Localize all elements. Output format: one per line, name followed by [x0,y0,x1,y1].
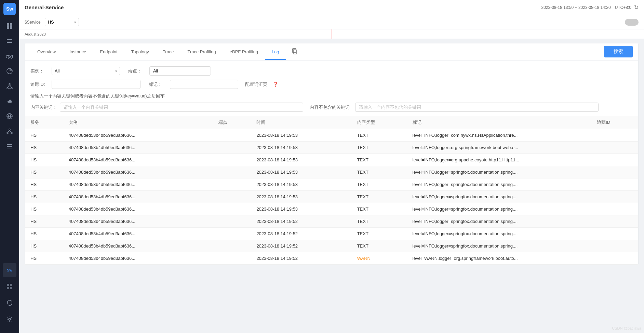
cell-0: HS [25,252,63,265]
table-row[interactable]: HS407408ded53b4db59ed3abf636...2023-08-1… [25,129,638,142]
cell-2 [213,166,251,178]
table-row[interactable]: HS407408ded53b4db59ed3abf636...2023-08-1… [25,203,638,215]
traceid-tag-row: 追踪ID: 标记： 配置词汇页 ❓ [30,80,599,89]
svg-line-8 [8,85,10,88]
sidebar-item-grid2[interactable] [3,280,16,293]
sidebar-item-globe[interactable] [3,109,16,123]
tag-input[interactable] [170,80,238,89]
cell-0: HS [25,228,63,240]
cell-3: 2023-08-18 14:19:53 [251,129,351,142]
tab-endpoint[interactable]: Endpoint [93,44,124,60]
tab-instance[interactable]: Instance [63,44,93,60]
cell-0: HS [25,154,63,166]
table-row[interactable]: HS407408ded53b4db59ed3abf636...2023-08-1… [25,142,638,154]
hint-text: 请输入一个内容关键词或者内容不包含的关键词(key=value)之后回车 [30,93,599,99]
table-row[interactable]: HS407408ded53b4db59ed3abf636...2023-08-1… [25,166,638,178]
sidebar-item-function[interactable]: f(x) [3,49,16,63]
col-instance: 实例 [63,116,213,129]
cell-6 [591,203,638,215]
cell-0: HS [25,129,63,142]
service-select[interactable]: HS [45,18,79,26]
cell-4: TEXT [352,191,407,203]
config-link[interactable]: 配置词汇页 [245,81,267,88]
tab-topology[interactable]: Topology [124,44,156,60]
sidebar-item-cloud[interactable] [3,94,16,108]
sidebar-item-network[interactable] [3,124,16,138]
service-select-wrapper[interactable]: HS [45,18,79,26]
cell-3: 2023-08-18 14:19:52 [251,215,351,228]
sidebar-item-shield[interactable] [3,296,16,310]
tab-trace[interactable]: Trace [156,44,181,60]
endpoint-label: 端点： [128,68,145,74]
cell-4: TEXT [352,228,407,240]
table-row[interactable]: HS407408ded53b4db59ed3abf636...2023-08-1… [25,252,638,265]
sidebar-item-sw2[interactable]: Sw [3,263,16,277]
tab-trace-profiling[interactable]: Trace Profiling [180,44,223,60]
col-type: 内容类型 [352,116,407,129]
sidebar-item-dashboard[interactable] [3,19,16,33]
timeline-label: August 2023 [25,32,46,36]
sidebar-item-nodes[interactable] [3,79,16,93]
endpoint-input[interactable] [149,66,211,76]
copy-icon[interactable] [289,43,300,61]
cell-0: HS [25,142,63,154]
filter-inputs: 实例： All 端点： 追踪ID: 标记： 配置词汇页 [30,66,599,116]
cell-0: HS [25,215,63,228]
search-button[interactable]: 搜索 [604,46,633,57]
cell-1: 407408ded53b4db59ed3abf636... [63,240,213,252]
svg-rect-22 [7,287,9,289]
filter-bar: $Service HS [19,15,644,29]
sidebar-item-list[interactable] [3,139,16,153]
table-row[interactable]: HS407408ded53b4db59ed3abf636...2023-08-1… [25,154,638,166]
sidebar-item-layers[interactable] [3,34,16,48]
cell-4: TEXT [352,240,407,252]
timezone: UTC+8:0 [615,5,631,10]
cell-1: 407408ded53b4db59ed3abf636... [63,191,213,203]
cell-5: level=INFO,logger=springfox.documentatio… [407,178,592,191]
sidebar-logo[interactable]: Sw [3,3,16,15]
svg-point-12 [9,129,10,130]
svg-rect-18 [7,146,12,147]
tab-log[interactable]: Log [265,44,286,60]
exclude-keyword-input[interactable] [355,103,599,112]
table-header-row: 服务 实例 端点 时间 内容类型 标记 追踪ID [25,116,638,129]
table-row[interactable]: HS407408ded53b4db59ed3abf636...2023-08-1… [25,228,638,240]
cell-2 [213,178,251,191]
tab-bar: Overview Instance Endpoint Topology Trac… [25,43,638,61]
timeline-marker [332,29,332,39]
cell-6 [591,228,638,240]
instance-select-wrapper[interactable]: All [52,67,120,75]
tab-ebpf-profiling[interactable]: eBPF Profiling [223,44,265,60]
cell-4: TEXT [352,142,407,154]
cell-5: level=WARN,logger=org.springframework.bo… [407,252,592,265]
content-keyword-input[interactable] [60,103,303,112]
cell-4: WARN [352,252,407,265]
table-row[interactable]: HS407408ded53b4db59ed3abf636...2023-08-1… [25,240,638,252]
tab-overview[interactable]: Overview [30,44,63,60]
cell-2 [213,215,251,228]
instance-select[interactable]: All [52,67,120,75]
cell-5: level=INFO,logger=springfox.documentatio… [407,228,592,240]
cell-1: 407408ded53b4db59ed3abf636... [63,252,213,265]
svg-point-13 [7,132,8,134]
table-row[interactable]: HS407408ded53b4db59ed3abf636...2023-08-1… [25,178,638,191]
table-row[interactable]: HS407408ded53b4db59ed3abf636...2023-08-1… [25,215,638,228]
svg-rect-17 [7,144,12,145]
traceid-label: 追踪ID: [30,81,48,88]
col-endpoint: 端点 [213,116,251,129]
sidebar-item-settings[interactable] [3,312,16,326]
main-content: $Service HS August 2023 Overview Instanc… [19,15,644,333]
cell-6 [591,129,638,142]
cell-0: HS [25,178,63,191]
cell-1: 407408ded53b4db59ed3abf636... [63,129,213,142]
col-tag: 标记 [407,116,592,129]
refresh-icon[interactable]: ↻ [634,4,639,11]
timeline-strip: August 2023 [19,29,644,39]
traceid-input[interactable] [52,80,140,89]
sidebar-item-pie[interactable] [3,64,16,78]
col-service: 服务 [25,116,63,129]
cell-5: level=INFO,logger=com.hywx.hs.HsApplicat… [407,129,592,142]
svg-rect-1 [10,23,12,26]
cell-2 [213,240,251,252]
table-row[interactable]: HS407408ded53b4db59ed3abf636...2023-08-1… [25,191,638,203]
